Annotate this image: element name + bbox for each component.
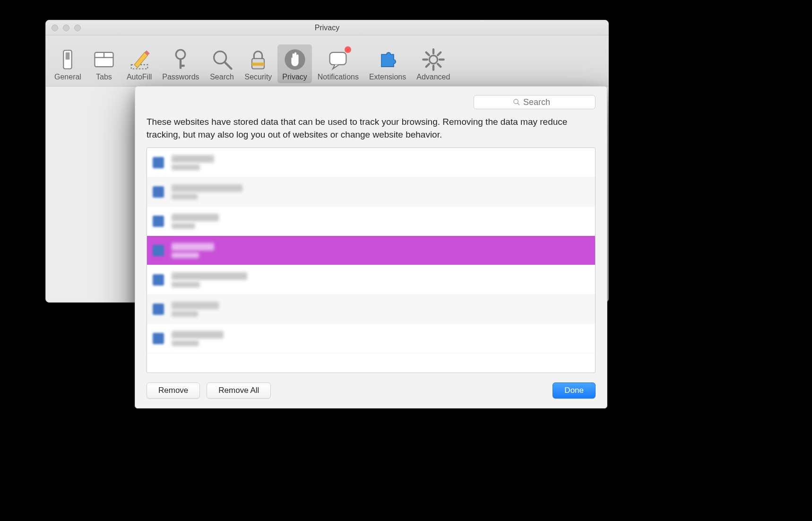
toolbar-tab-label: Notifications [318,73,359,81]
remove-all-button[interactable]: Remove All [207,382,271,399]
titlebar: Privacy [46,20,608,35]
toolbar-tab-label: Tabs [96,73,112,81]
toolbar-tab-label: Privacy [282,73,307,81]
site-favicon [153,245,164,256]
done-button[interactable]: Done [553,382,596,399]
site-text [172,272,247,287]
svg-point-15 [429,55,437,63]
preferences-toolbar: GeneralTabsAutoFillPasswordsSearchSecuri… [46,35,608,87]
svg-point-24 [514,99,518,104]
close-window-button[interactable] [52,25,58,31]
site-favicon [153,274,164,286]
site-detail-blurred [172,252,199,258]
speech-icon [326,47,350,72]
key-icon [168,47,193,72]
site-favicon [153,157,164,168]
site-text [172,184,242,200]
site-favicon [153,304,164,315]
svg-line-19 [426,64,429,67]
remove-button[interactable]: Remove [147,382,200,399]
toolbar-tab-autofill[interactable]: AutoFill [122,44,156,83]
puzzle-icon [375,47,400,72]
site-detail-blurred [172,165,200,170]
svg-line-25 [518,103,519,105]
toolbar-tab-notifications[interactable]: Notifications [313,44,363,83]
website-data-row[interactable] [147,177,595,207]
window-title: Privacy [46,24,608,32]
site-detail-blurred [172,223,195,229]
site-favicon [153,333,164,344]
search-field[interactable] [474,95,596,109]
toolbar-tab-label: Extensions [369,73,406,81]
sheet-description: These websites have stored data that can… [147,116,596,141]
sheet-button-row: Remove Remove All Done [147,373,596,399]
toolbar-tab-general[interactable]: General [50,44,86,83]
zoom-window-button[interactable] [74,25,81,31]
search-input[interactable] [523,97,556,107]
toolbar-tab-search[interactable]: Search [205,44,239,83]
minimize-window-button[interactable] [63,25,69,31]
site-domain-blurred [172,331,224,339]
toolbar-tab-security[interactable]: Security [240,44,277,83]
website-data-row[interactable] [147,207,595,236]
svg-line-23 [438,52,441,55]
svg-point-6 [176,50,186,59]
traffic-lights [52,25,81,31]
search-row [147,95,596,109]
site-text [172,243,214,258]
website-data-row[interactable] [147,236,595,265]
svg-line-10 [225,63,231,69]
switch-icon [55,47,80,72]
website-data-row[interactable] [147,324,595,353]
svg-rect-1 [66,52,70,60]
site-detail-blurred [172,194,198,200]
site-favicon [153,216,164,227]
site-text [172,155,214,170]
website-data-row[interactable] [147,265,595,295]
toolbar-tab-label: Search [210,73,234,81]
site-domain-blurred [172,272,247,280]
website-data-row[interactable] [147,295,595,324]
site-detail-blurred [172,282,200,287]
toolbar-tab-label: Advanced [416,73,450,81]
site-domain-blurred [172,155,214,163]
hand-icon [283,47,307,72]
tabs-icon [92,47,116,72]
svg-rect-8 [180,65,185,67]
lock-icon [246,47,270,72]
site-text [172,302,219,317]
site-favicon [153,186,164,198]
toolbar-tab-privacy[interactable]: Privacy [277,44,311,83]
magnifier-icon [210,47,234,72]
site-text [172,331,224,346]
site-text [172,214,219,229]
toolbar-tab-passwords[interactable]: Passwords [157,44,204,83]
manage-website-data-sheet: These websites have stored data that can… [135,86,607,408]
pencil-icon [127,47,152,72]
website-data-row[interactable] [147,148,595,177]
svg-line-21 [426,52,429,55]
site-detail-blurred [172,340,199,346]
toolbar-tab-extensions[interactable]: Extensions [364,44,411,83]
toolbar-tab-label: Passwords [162,73,199,81]
svg-rect-14 [330,52,346,65]
search-icon [513,98,520,106]
site-domain-blurred [172,184,242,192]
svg-point-9 [214,52,226,64]
site-detail-blurred [172,311,198,317]
gear-icon [421,47,446,72]
site-domain-blurred [172,302,219,309]
svg-line-17 [438,64,441,67]
toolbar-tab-label: General [54,73,81,81]
site-domain-blurred [172,214,219,221]
toolbar-tab-advanced[interactable]: Advanced [412,44,455,83]
toolbar-tab-label: Security [245,73,272,81]
svg-rect-12 [252,63,264,66]
toolbar-tab-label: AutoFill [127,73,152,81]
site-domain-blurred [172,243,214,251]
website-data-list[interactable] [147,148,596,373]
svg-rect-7 [180,59,181,69]
toolbar-tab-tabs[interactable]: Tabs [87,44,121,83]
